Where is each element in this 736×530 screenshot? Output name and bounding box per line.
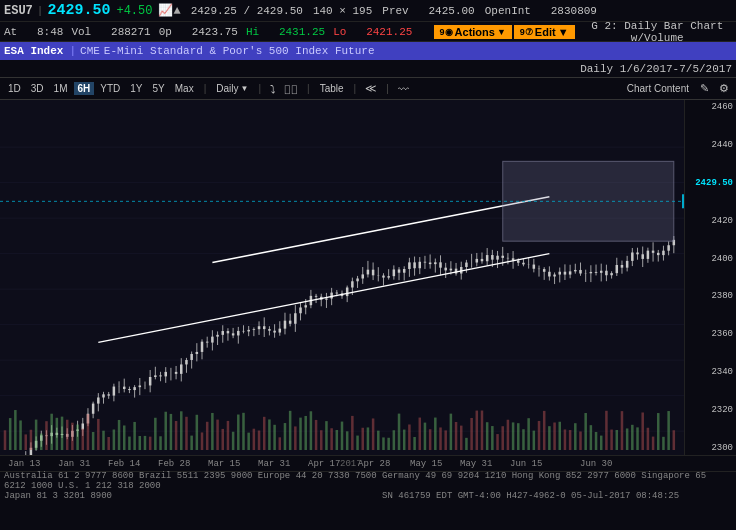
tf-3d[interactable]: 3D [27, 82, 48, 95]
toolbar-sep-3: | [305, 83, 312, 95]
date-jun15: Jun 15 [510, 459, 542, 469]
date-feb28: Feb 28 [158, 459, 190, 469]
size-info: 140 × 195 [313, 5, 372, 17]
toolbar-sep-5: | [384, 83, 391, 95]
tf-5y[interactable]: 5Y [149, 82, 169, 95]
price-2430-highlight: 2429.50 [685, 178, 736, 188]
prev-label: Prev [382, 5, 408, 17]
open-label: 0p [159, 26, 172, 38]
footer-line2: Japan 81 3 3201 8900 SN 461759 EDT GMT-4… [4, 491, 732, 501]
price-2400: 2400 [685, 254, 736, 264]
bar-type-icon[interactable]: ⌷⌷ [281, 82, 301, 96]
ticker-symbol: ESU7 [4, 4, 33, 18]
toolbar: 1D 3D 1M 6H YTD 1Y 5Y Max | Daily ▼ | ⤵ … [0, 78, 736, 100]
lo-value: 2421.25 [366, 26, 412, 38]
actions-count: 9◉ [440, 27, 453, 37]
esa-bar: ESA Index | CME E-Mini Standard & Poor's… [0, 42, 736, 60]
lo-label: Lo [333, 26, 346, 38]
footer: Australia 61 2 9777 8600 Brazil 5511 239… [0, 471, 736, 499]
price-2340: 2340 [685, 367, 736, 377]
date-range-bar: Daily 1/6/2017-7/5/2017 [0, 60, 736, 78]
hi-value: 2431.25 [279, 26, 325, 38]
date-may15: May 15 [410, 459, 442, 469]
time-value: 8:48 [37, 26, 63, 38]
price-2300: 2300 [685, 443, 736, 453]
tf-1y[interactable]: 1Y [126, 82, 146, 95]
cme-label: CME [80, 45, 100, 57]
collapse-icon[interactable]: ≪ [362, 81, 380, 96]
vol-info: Vol 288271 [71, 26, 150, 38]
price-2320: 2320 [685, 405, 736, 415]
price-2440: 2440 [685, 140, 736, 150]
interval-arrow: ▼ [241, 84, 249, 93]
toolbar-right: Chart Content ✎ ⚙ [623, 81, 732, 96]
price-2360: 2360 [685, 329, 736, 339]
openint-info: OpenInt 2830809 [485, 5, 597, 17]
lo-field: Lo 2421.25 [333, 26, 412, 38]
edit-button[interactable]: 9⑦ Edit ▼ [514, 25, 575, 39]
date-jan31: Jan 31 [58, 459, 90, 469]
date-mar31: Mar 31 [258, 459, 290, 469]
chart-title: G 2: Daily Bar Chart w/Volume [583, 20, 732, 44]
table-button[interactable]: Table [316, 82, 348, 95]
open-field: 0p 2423.75 [159, 26, 238, 38]
open-value: 2423.75 [192, 26, 238, 38]
time-info: At 8:48 [4, 26, 63, 38]
toolbar-sep-2: | [256, 83, 263, 95]
vol-label: Vol [71, 26, 91, 38]
openint-value: 2830809 [551, 5, 597, 17]
date-may31: May 31 [460, 459, 492, 469]
date-apr28: Apr 28 [358, 459, 390, 469]
edit-pencil-icon[interactable]: ✎ [697, 81, 712, 96]
date-jan13: Jan 13 [8, 459, 40, 469]
footer-timestamp: SN 461759 EDT GMT-4:00 H427-4962-0 05-Ju… [382, 491, 679, 501]
tf-1m[interactable]: 1M [50, 82, 72, 95]
row2-bar: At 8:48 Vol 288271 0p 2423.75 Hi 2431.25… [0, 22, 736, 42]
actions-label: Actions [455, 26, 495, 38]
hi-field: Hi 2431.25 [246, 26, 325, 38]
chart-content-label: Chart Content [627, 83, 689, 94]
ticker-divider: | [37, 5, 44, 17]
date-jun30: Jun 30 [580, 459, 612, 469]
hi-label: Hi [246, 26, 259, 38]
settings-gear-icon[interactable]: ⚙ [716, 81, 732, 96]
edit-dropdown-arrow: ▼ [558, 26, 569, 38]
price-axis: 2460 2440 2429.50 2420 2400 2380 2360 23… [684, 100, 736, 455]
chart-content-button[interactable]: Chart Content [623, 82, 693, 95]
chart-area: 2460 2440 2429.50 2420 2400 2380 2360 23… [0, 100, 736, 455]
interval-label: Daily [216, 83, 238, 94]
actions-button[interactable]: 9◉ Actions ▼ [434, 25, 512, 39]
tf-ytd[interactable]: YTD [96, 82, 124, 95]
wave-icon[interactable]: 〰 [395, 82, 412, 96]
tf-1d[interactable]: 1D [4, 82, 25, 95]
price-2460: 2460 [685, 102, 736, 112]
date-feb14: Feb 14 [108, 459, 140, 469]
line-chart-icon[interactable]: ⤵ [267, 82, 279, 96]
edit-count: 9⑦ [520, 27, 533, 37]
actions-dropdown-arrow: ▼ [497, 27, 506, 37]
esa-description: E-Mini Standard & Poor's 500 Index Futur… [104, 45, 375, 57]
price-chart-canvas [0, 100, 684, 455]
price-2420: 2420 [685, 216, 736, 226]
tf-max[interactable]: Max [171, 82, 198, 95]
ticker-price: 2429.50 [47, 2, 110, 19]
footer-line1: Australia 61 2 9777 8600 Brazil 5511 239… [4, 471, 732, 491]
time-label: At [4, 26, 17, 38]
price-2380: 2380 [685, 291, 736, 301]
price-change: +4.50 [116, 4, 152, 18]
toolbar-sep-4: | [352, 83, 359, 95]
interval-dropdown[interactable]: Daily ▼ [212, 82, 252, 95]
vol-value: 288271 [111, 26, 151, 38]
date-apr17: Apr 17 [308, 459, 340, 469]
openint-label: OpenInt [485, 5, 531, 17]
bar-icon-sym: ⌷⌷ [284, 83, 298, 95]
esa-separator: | [69, 45, 76, 57]
chart-trend-icon: 📈▲ [158, 3, 180, 18]
year-label: 2017 [340, 459, 362, 469]
date-mar15: Mar 15 [208, 459, 240, 469]
prev-info: Prev 2425.00 [382, 5, 474, 17]
tf-6h[interactable]: 6H [74, 82, 95, 95]
toolbar-sep-1: | [202, 83, 209, 95]
price-range: 2429.25 / 2429.50 [191, 5, 303, 17]
japan-info: Japan 81 3 3201 8900 [4, 491, 112, 501]
